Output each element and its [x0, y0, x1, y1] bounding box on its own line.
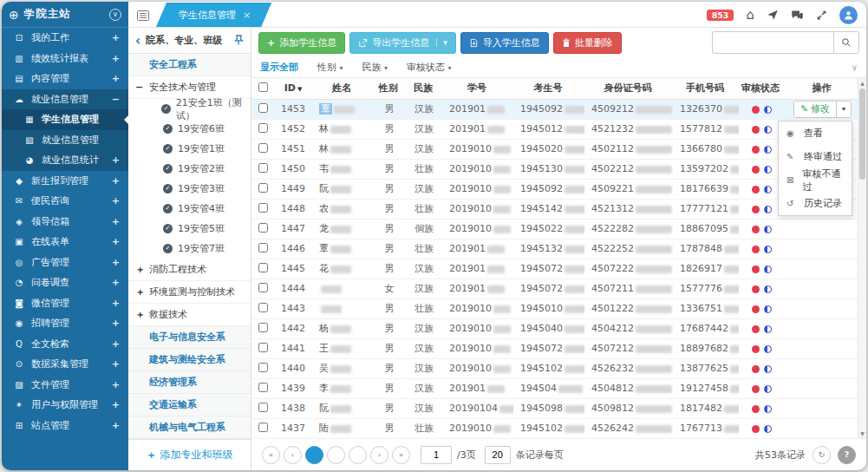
- table-row[interactable]: 1437 陆 男 壮族 2019010 1945102 4526242 1767…: [251, 418, 861, 438]
- action-menu-item[interactable]: ↺ 历史记录: [779, 192, 852, 215]
- sidebar-item[interactable]: ✉ 便民咨询 +: [2, 191, 128, 212]
- tree-item[interactable]: ✓ 经济管理系: [128, 371, 251, 394]
- tab-close-icon[interactable]: ×: [243, 10, 251, 21]
- home-icon[interactable]: ⌂: [746, 9, 754, 22]
- search-button[interactable]: [833, 31, 859, 54]
- table-row[interactable]: 1450 韦 男 壮族 2019010 1945130 4502212 1359…: [251, 159, 861, 179]
- select-all-checkbox[interactable]: [258, 82, 268, 92]
- column-header[interactable]: 手机号码: [673, 78, 739, 99]
- expand-toggle-icon[interactable]: +: [112, 379, 120, 390]
- page-number-button[interactable]: [349, 446, 367, 464]
- collapse-circle-icon[interactable]: ∨: [109, 9, 121, 21]
- tree-item[interactable]: ✓ 19安管1班: [128, 139, 251, 159]
- send-icon[interactable]: [767, 9, 779, 21]
- table-row[interactable]: 1440 吴 男 汉族 2019010 1945102 4526232 1387…: [251, 358, 861, 378]
- collapse-panel-icon[interactable]: ∨: [852, 62, 858, 72]
- sidebar-item[interactable]: ⊞ 站点管理 +: [2, 416, 128, 436]
- expand-toggle-icon[interactable]: +: [112, 358, 120, 370]
- sidebar-item[interactable]: ◎ 广告管理 +: [2, 252, 128, 273]
- expand-toggle-icon[interactable]: +: [112, 175, 120, 187]
- scroll-down-icon[interactable]: ▼: [858, 430, 866, 436]
- expand-toggle-icon[interactable]: +: [112, 53, 120, 64]
- edit-button[interactable]: ✎修改: [794, 102, 836, 117]
- tree-expand-icon[interactable]: ＋: [135, 285, 146, 298]
- sidebar-toggle-icon[interactable]: [137, 10, 149, 21]
- expand-toggle-icon[interactable]: +: [112, 195, 120, 206]
- column-header[interactable]: 民族: [406, 78, 442, 99]
- column-header[interactable]: 审核状态: [739, 78, 784, 99]
- expand-toggle-icon[interactable]: +: [112, 318, 120, 329]
- table-row[interactable]: 1451 林 男 汉族 2019010 1945020 4502112 1366…: [251, 139, 861, 159]
- sidebar-item[interactable]: ▨ 文件管理 +: [2, 375, 128, 396]
- tree-item[interactable]: ＋ ✓ 消防工程技术: [128, 259, 251, 281]
- site-header[interactable]: ⊕ 学院主站 ∨: [2, 2, 128, 28]
- action-menu-item[interactable]: ⊠ 审核不通过: [779, 168, 852, 192]
- sidebar-item[interactable]: ☁ 就业信息管理 −: [2, 89, 128, 110]
- page-first-button[interactable]: «: [262, 446, 280, 464]
- table-row[interactable]: 1447 龙 男 侗族 2019010 1945022 4522282 1886…: [251, 219, 861, 239]
- table-row[interactable]: 1453 覃 男 汉族 201901 1945092 4509212 13263…: [251, 99, 861, 119]
- tree-item[interactable]: ✓ 安全工程系: [128, 54, 251, 76]
- sort-icon[interactable]: ▼: [297, 86, 302, 93]
- tree-item[interactable]: ✓ 电子与信息安全系: [128, 326, 251, 349]
- tree-expand-icon[interactable]: ＋: [135, 263, 146, 276]
- action-menu-item[interactable]: ✎ 终审通过: [779, 145, 852, 168]
- expand-toggle-icon[interactable]: +: [112, 73, 120, 84]
- export-student-button[interactable]: 导出学生信息 ▾: [349, 32, 456, 54]
- tree-item[interactable]: ✓ 19安管3班: [128, 179, 251, 199]
- goto-page-input[interactable]: [421, 446, 452, 464]
- help-button[interactable]: ?: [838, 446, 856, 464]
- expand-toggle-icon[interactable]: +: [112, 420, 120, 431]
- column-header[interactable]: 考生号: [513, 78, 584, 99]
- back-chevron-icon[interactable]: ‹: [135, 33, 140, 49]
- refresh-button[interactable]: ↻: [813, 446, 831, 464]
- column-header[interactable]: 操作: [784, 78, 861, 99]
- row-checkbox[interactable]: [258, 363, 268, 372]
- expand-toggle-icon[interactable]: +: [112, 216, 120, 227]
- column-header[interactable]: 性别: [373, 78, 406, 99]
- action-menu-item[interactable]: ◉ 查看: [779, 121, 852, 145]
- expand-toggle-icon[interactable]: +: [112, 236, 120, 247]
- column-header[interactable]: 姓名: [312, 78, 373, 99]
- scroll-up-icon[interactable]: ▲: [858, 80, 866, 86]
- table-row[interactable]: 1443 男 壮族 2019010 1945010 4501222 133675…: [251, 298, 861, 318]
- row-checkbox[interactable]: [258, 283, 268, 292]
- sidebar-item[interactable]: ◈ 领导信箱 +: [2, 212, 128, 233]
- table-row[interactable]: 1444 女 汉族 201901 1945072 4507211 1577776: [251, 279, 861, 298]
- row-checkbox[interactable]: [258, 103, 268, 113]
- tree-item[interactable]: ✓ 21安全1班（测试）: [128, 99, 251, 119]
- sidebar-item[interactable]: ◆ 新生报到管理 +: [2, 171, 128, 192]
- tree-expand-icon[interactable]: −: [135, 82, 146, 93]
- row-checkbox[interactable]: [258, 183, 268, 193]
- batch-delete-button[interactable]: 批量删除: [553, 32, 622, 54]
- table-row[interactable]: 1449 阮 男 汉族 2019010 1945092 4509221 1817…: [251, 179, 861, 199]
- sidebar-item[interactable]: ▣ 在线表单 +: [2, 232, 128, 252]
- page-number-button[interactable]: [327, 446, 345, 464]
- row-checkbox[interactable]: [258, 123, 268, 133]
- tree-item[interactable]: ✓ 19安管7班: [128, 239, 251, 259]
- sidebar-item[interactable]: ▤ 内容管理 +: [2, 69, 128, 89]
- filter-dropdown[interactable]: 性别 ▾: [317, 61, 343, 74]
- add-major-class-button[interactable]: ＋ 添加专业和班级: [128, 439, 251, 470]
- expand-toggle-icon[interactable]: +: [112, 154, 120, 166]
- sidebar-item[interactable]: ⊡ 我的工作 +: [2, 28, 128, 49]
- tree-item[interactable]: ＋ ✓ 环境监测与控制技术: [128, 281, 251, 304]
- expand-toggle-icon[interactable]: +: [112, 277, 120, 288]
- row-checkbox[interactable]: [258, 343, 268, 352]
- filter-show-all[interactable]: 显示全部: [260, 61, 298, 74]
- tree-item[interactable]: ＋ ✓ 救援技术: [128, 304, 251, 326]
- row-checkbox[interactable]: [258, 143, 268, 153]
- row-checkbox[interactable]: [258, 423, 268, 432]
- sidebar-item[interactable]: ◔ 问卷调查 +: [2, 272, 128, 293]
- filter-dropdown[interactable]: 审核状态 ▾: [407, 61, 452, 74]
- messages-icon[interactable]: [791, 10, 804, 21]
- row-checkbox[interactable]: [258, 163, 268, 173]
- tree-item[interactable]: ✓ 机械与电气工程系: [128, 416, 251, 439]
- row-checkbox[interactable]: [258, 303, 268, 312]
- expand-toggle-icon[interactable]: +: [112, 399, 120, 410]
- sidebar-item[interactable]: ◉ 招聘管理 +: [2, 313, 128, 334]
- column-header[interactable]: 学号: [442, 78, 513, 99]
- column-header[interactable]: ID▼: [274, 78, 312, 99]
- export-dropdown-caret[interactable]: ▾: [436, 38, 447, 47]
- page-prev-button[interactable]: ‹: [284, 446, 302, 464]
